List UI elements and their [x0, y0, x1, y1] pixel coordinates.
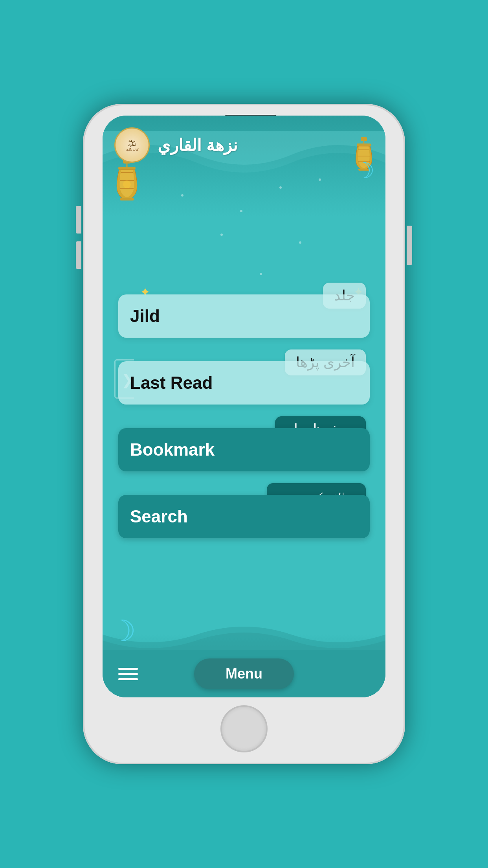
hamburger-line-3 — [118, 678, 138, 680]
bookmark-label-en: Bookmark — [130, 440, 215, 460]
search-label-en: Search — [130, 507, 188, 526]
last-read-label-en: Last Read — [130, 373, 213, 393]
screen-header: نزهة القاری کتاب نگاری نزهة القاري — [103, 123, 385, 167]
hamburger-line-2 — [118, 673, 138, 675]
home-button[interactable] — [220, 705, 268, 752]
jild-button-container: جلد Jild — [118, 287, 370, 338]
jild-button[interactable]: Jild — [118, 294, 370, 338]
phone-frame: نزهة القاری کتاب نگاری نزهة القاري — [83, 104, 405, 764]
search-button-container: تلاش کریں ۔ Search — [118, 487, 370, 538]
bookmark-button-container: محفوظ جلد Bookmark — [118, 420, 370, 471]
last-read-button[interactable]: Last Read — [118, 361, 370, 405]
hamburger-menu-icon[interactable] — [118, 668, 138, 680]
screen-content: جلد Jild آخری پڑھا Last Read محفوظ جلد — [103, 167, 385, 658]
logo-badge: نزهة القاری کتاب نگاری — [114, 127, 150, 163]
volume-down-button[interactable] — [76, 241, 81, 269]
app-title: نزهة القاري — [158, 136, 238, 155]
bookmark-button[interactable]: Bookmark — [118, 428, 370, 471]
volume-up-button[interactable] — [76, 206, 81, 234]
logo-text: نزهة القاری کتاب نگاری — [126, 139, 138, 151]
phone-screen: نزهة القاری کتاب نگاری نزهة القاري — [103, 116, 385, 697]
menu-button[interactable]: Menu — [194, 658, 294, 689]
hamburger-line-1 — [118, 668, 138, 670]
jild-label-en: Jild — [130, 306, 160, 326]
search-button[interactable]: Search — [118, 495, 370, 538]
bottom-bar: Menu — [103, 650, 385, 697]
power-button[interactable] — [407, 226, 412, 265]
last-read-button-container: آخری پڑھا Last Read — [118, 353, 370, 405]
